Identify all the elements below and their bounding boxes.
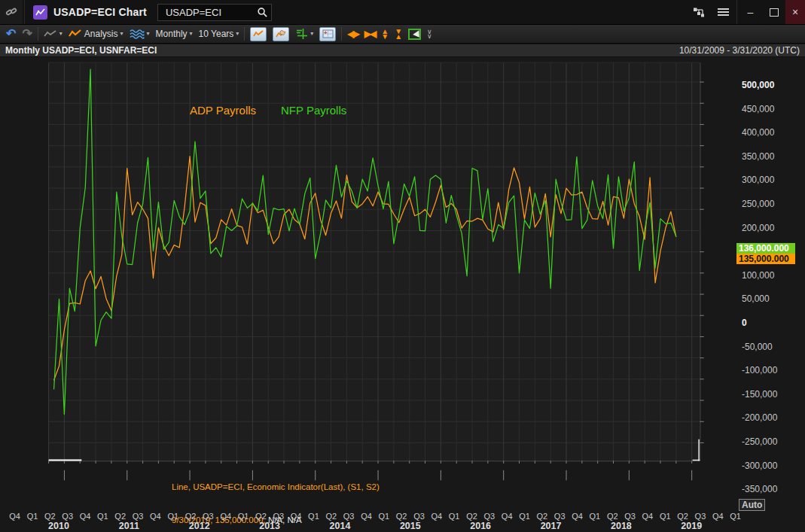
x-axis-quarter-label: Q4	[431, 512, 442, 521]
x-axis-quarter-label: Q4	[502, 512, 513, 521]
x-axis-quarter-label: Q1	[730, 512, 741, 521]
x-axis-quarter-label: Q1	[660, 512, 671, 521]
x-axis-quarter-label: Q3	[203, 512, 214, 521]
line-style-icon	[44, 29, 57, 38]
chart-tile-icon	[250, 27, 267, 41]
nfp-annotation: NFP Payrolls	[281, 104, 346, 117]
y-axis-label: -300,000	[742, 461, 777, 471]
x-axis-year-label: 2011	[119, 521, 139, 531]
instrument-search-box[interactable]	[157, 4, 272, 21]
x-axis-quarter-label: Q3	[484, 512, 496, 521]
x-axis-quarter-label: Q1	[378, 512, 389, 521]
chevron-down-icon: ▾	[236, 31, 239, 37]
x-axis-quarter-label: Q3	[343, 512, 355, 521]
x-axis-quarter-label: Q3	[273, 512, 284, 521]
analysis-label: Analysis	[84, 29, 118, 39]
x-axis-quarter-label: Q4	[572, 512, 583, 521]
compress-vertical-button[interactable]: ▼▲	[392, 28, 405, 40]
chart-toolbar: ↶ ↷ ▾ Analysis ▾ ▾ Monthly ▾	[0, 25, 805, 44]
x-axis-quarter-label: Q4	[9, 512, 20, 521]
x-axis-quarter-label: Q2	[185, 512, 197, 521]
x-axis-year-label: 2018	[611, 521, 632, 531]
chevron-down-icon: ▾	[310, 31, 313, 37]
x-axis-year-label: 2019	[681, 521, 702, 531]
pan-chart-button[interactable]	[270, 26, 292, 42]
x-axis-year-label: 2010	[48, 521, 69, 531]
y-axis-label: 500,000	[742, 80, 774, 90]
x-axis-quarter-label: Q2	[396, 512, 407, 521]
y-axis-label: 50,000	[742, 293, 770, 304]
y-axis-label: 400,000	[742, 127, 774, 138]
x-axis-quarter-label: Q2	[607, 512, 618, 521]
redo-button[interactable]: ↷	[19, 28, 35, 40]
line-style-button[interactable]: ▾	[41, 29, 66, 39]
x-axis-quarter-label: Q1	[167, 512, 178, 521]
chart-region: ADP Payrolls NFP Payrolls Line, USADP=EC…	[0, 57, 805, 532]
x-axis-quarter-label: Q2	[44, 512, 56, 521]
x-axis-year-label: 2015	[400, 521, 421, 531]
redo-icon: ↷	[22, 29, 32, 39]
x-axis-quarter-label: Q4	[150, 512, 161, 521]
chevron-down-icon: ▾	[59, 31, 63, 37]
chart-header: Monthly USADP=ECI, USNFAR=ECI 10/31/2009…	[0, 44, 805, 57]
x-axis-quarter-label: Q1	[238, 512, 249, 521]
x-axis-quarter-label: Q1	[308, 512, 319, 521]
new-chart-button[interactable]	[247, 26, 270, 42]
sitemap-icon	[693, 7, 706, 18]
cursor-axis-button[interactable]: ▾	[292, 27, 316, 41]
compress-horizontal-button[interactable]: ▶◀	[361, 29, 378, 39]
x-axis-quarter-label: Q2	[325, 512, 337, 521]
minimize-button[interactable]: –	[739, 0, 762, 24]
search-input[interactable]	[164, 6, 257, 19]
link-flow-button[interactable]	[687, 0, 711, 24]
x-axis-quarter-label: Q3	[413, 512, 425, 521]
add-chart-icon: +	[319, 27, 336, 41]
x-axis-quarter-label: Q2	[677, 512, 688, 521]
y-axis-label: 100,000	[742, 270, 774, 281]
y-axis-label: -350,000	[742, 484, 777, 494]
x-axis-quarter-label: Q4	[712, 512, 724, 521]
maximize-icon	[770, 8, 779, 17]
legend-adp-line: Line, USADP=ECI, Economic Indicator(Last…	[172, 482, 385, 493]
hamburger-icon	[718, 7, 729, 17]
auto-scale-button[interactable]: Auto	[739, 499, 765, 511]
chevron-down-icon: ▾	[190, 31, 193, 37]
range-dropdown[interactable]: 10 Years ▾	[196, 28, 242, 40]
chevron-down-icon: ▾	[120, 31, 123, 37]
expand-vertical-button[interactable]: ▲▼	[378, 28, 392, 40]
y-axis-label: -200,000	[742, 412, 777, 423]
period-dropdown[interactable]: Monthly ▾	[153, 28, 196, 40]
menu-button[interactable]	[711, 0, 735, 24]
title-bar: USADP=ECI Chart	[0, 0, 805, 25]
x-axis-year-label: 2014	[330, 521, 351, 531]
expand-horizontal-icon: ◀▶	[347, 29, 358, 38]
x-axis-quarter-label: Q4	[361, 512, 372, 521]
y-axis-label: 450,000	[742, 104, 774, 114]
adp-annotation: ADP Payrolls	[190, 104, 256, 117]
expand-horizontal-button[interactable]: ◀▶	[344, 29, 361, 39]
undo-icon: ↶	[6, 29, 16, 39]
undo-button[interactable]: ↶	[3, 28, 19, 40]
divider	[736, 0, 737, 24]
zoom-selection-button[interactable]	[405, 28, 424, 41]
x-axis-quarter-label: Q4	[220, 512, 231, 521]
link-channel-button[interactable]	[0, 0, 23, 24]
maximize-button[interactable]	[762, 0, 785, 24]
y-axis-label: 350,000	[742, 151, 774, 162]
svg-text:+: +	[324, 29, 328, 36]
add-subchart-button[interactable]: +	[316, 26, 339, 42]
search-icon[interactable]	[257, 7, 268, 18]
x-axis-quarter-label: Q4	[642, 512, 654, 521]
overlay-button[interactable]: ▾	[127, 28, 153, 40]
analysis-icon	[69, 29, 82, 38]
x-axis-quarter-label: Q3	[554, 512, 566, 521]
close-button[interactable]: ×	[785, 0, 805, 24]
pan-hand-icon	[273, 27, 289, 41]
x-axis-year-label: 2012	[189, 521, 210, 531]
x-axis-quarter-label: Q3	[624, 512, 636, 521]
chart-plot-area[interactable]	[0, 57, 805, 532]
x-axis-quarter-label: Q3	[695, 512, 706, 521]
period-value: Monthly	[156, 29, 188, 39]
analysis-button[interactable]: Analysis ▾	[66, 28, 127, 40]
more-tools-button[interactable]: ∨∨	[424, 29, 435, 39]
